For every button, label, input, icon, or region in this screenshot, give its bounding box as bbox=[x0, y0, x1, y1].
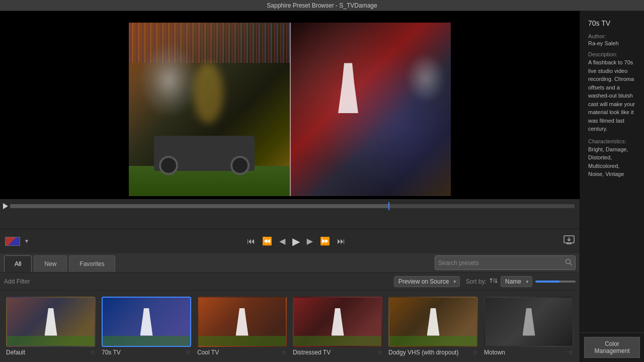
swatch-dropdown-arrow[interactable]: ▼ bbox=[24, 238, 29, 244]
sort-select[interactable]: Name bbox=[501, 276, 532, 287]
preset-name-distressedtv: Distressed TV bbox=[293, 349, 375, 356]
char-value: Bright, Damage, Distorted, Multicolored,… bbox=[588, 145, 636, 178]
color-swatch[interactable] bbox=[5, 237, 20, 246]
vehicle bbox=[154, 136, 255, 171]
export-button[interactable] bbox=[564, 235, 575, 247]
title-bar: Sapphire Preset Browser - S_TVDamage bbox=[0, 0, 644, 11]
preset-item-70stv[interactable]: 70s TV ☆ bbox=[102, 297, 191, 356]
left-area: ▼ ⏮ ⏪ ◀ ▶ ◀ ⏩ ⏭ bbox=[0, 11, 580, 362]
tab-favorites[interactable]: Favorites bbox=[69, 255, 115, 272]
skip-fwd-button[interactable]: ⏭ bbox=[335, 235, 347, 248]
star-icon-cooltv[interactable]: ☆ bbox=[281, 349, 287, 356]
timeline-marker bbox=[388, 202, 389, 210]
step-fwd-button[interactable]: ◀ bbox=[305, 234, 315, 248]
tab-all[interactable]: All bbox=[4, 255, 32, 272]
star-icon-dodgyvhs[interactable]: ☆ bbox=[472, 349, 478, 356]
presets-grid: Default ☆ 70s TV ☆ bbox=[0, 291, 580, 362]
preset-item-motown[interactable]: Motown ☆ bbox=[484, 297, 574, 356]
play-button[interactable]: ▶ bbox=[290, 233, 302, 249]
split-line[interactable] bbox=[290, 23, 291, 196]
preset-name-70stv: 70s TV bbox=[102, 349, 184, 356]
preset-item-dodgyvhs[interactable]: Dodgy VHS (with dropout) ☆ bbox=[388, 297, 478, 356]
video-container bbox=[0, 11, 580, 199]
preset-name-default: Default bbox=[6, 349, 88, 356]
video-right bbox=[290, 23, 451, 196]
tab-bar: All New Favorites bbox=[0, 253, 580, 273]
step-back-button[interactable]: ◀ bbox=[277, 234, 287, 248]
size-slider[interactable] bbox=[535, 281, 576, 283]
desc-value: A flashback to 70s live studio video rec… bbox=[588, 58, 636, 133]
skip-back-button[interactable]: ⏮ bbox=[245, 235, 257, 248]
timeline-scrub[interactable] bbox=[0, 199, 580, 213]
controls-bar: ▼ ⏮ ⏪ ◀ ▶ ◀ ⏩ ⏭ bbox=[0, 229, 580, 253]
preview-select[interactable]: Preview on Source bbox=[394, 276, 460, 287]
preset-name-dodgyvhs: Dodgy VHS (with dropout) bbox=[388, 349, 470, 356]
preset-thumb-motown[interactable] bbox=[484, 297, 574, 347]
sort-name-wrapper: Name bbox=[501, 276, 532, 287]
right-panel: 70s TV Author: Ra-ey Saleh Description: … bbox=[580, 11, 644, 362]
preset-thumb-70stv[interactable] bbox=[102, 297, 191, 347]
preset-info: 70s TV Author: Ra-ey Saleh Description: … bbox=[580, 11, 644, 332]
star-icon-motown[interactable]: ☆ bbox=[568, 349, 574, 356]
playhead-arrow[interactable] bbox=[3, 203, 8, 209]
fast-fwd-button[interactable]: ⏩ bbox=[318, 234, 332, 248]
author-label: Author: bbox=[588, 33, 636, 39]
preview-select-wrapper: Preview on Source bbox=[394, 276, 460, 287]
search-icon[interactable] bbox=[565, 258, 572, 267]
char-label: Characteristics: bbox=[588, 138, 636, 144]
preset-item-distressedtv[interactable]: Distressed TV ☆ bbox=[293, 297, 382, 356]
window-title: Sapphire Preset Browser - S_TVDamage bbox=[267, 2, 377, 9]
preset-thumb-distressedtv[interactable] bbox=[293, 297, 382, 347]
search-container bbox=[435, 255, 576, 270]
timeline-area bbox=[0, 199, 580, 229]
smoke-left bbox=[139, 43, 199, 118]
filter-area: All New Favorites Add Filter bbox=[0, 253, 580, 362]
sort-icon[interactable] bbox=[490, 277, 498, 286]
main-container: ▼ ⏮ ⏪ ◀ ▶ ◀ ⏩ ⏭ bbox=[0, 11, 644, 362]
search-input[interactable] bbox=[438, 259, 563, 266]
preset-thumb-cooltv[interactable] bbox=[197, 297, 287, 347]
tab-new[interactable]: New bbox=[34, 255, 67, 272]
sort-area: Sort by: Name bbox=[466, 276, 576, 287]
preset-item-default[interactable]: Default ☆ bbox=[6, 297, 96, 356]
timeline-track[interactable] bbox=[10, 204, 575, 208]
split-video bbox=[129, 23, 451, 196]
star-icon-distressedtv[interactable]: ☆ bbox=[377, 349, 382, 356]
star-icon-70stv[interactable]: ☆ bbox=[186, 349, 191, 356]
preset-info-title: 70s TV bbox=[588, 19, 636, 27]
noise-overlay bbox=[290, 23, 451, 196]
preset-name-motown: Motown bbox=[484, 349, 566, 356]
star-icon-default[interactable]: ☆ bbox=[90, 349, 96, 356]
preview-dropdown-area: Preview on Source bbox=[394, 276, 460, 287]
filter-row: Add Filter Preview on Source Sort by: bbox=[0, 273, 580, 291]
preset-thumb-default[interactable] bbox=[6, 297, 96, 347]
smoke-right bbox=[406, 53, 446, 103]
color-management-button[interactable]: Color Management bbox=[584, 337, 640, 358]
sort-label: Sort by: bbox=[466, 278, 487, 285]
rewind-button[interactable]: ⏪ bbox=[260, 234, 274, 248]
preset-name-cooltv: Cool TV bbox=[197, 349, 279, 356]
add-filter-link[interactable]: Add Filter bbox=[4, 278, 30, 285]
timeline-fill bbox=[10, 204, 388, 208]
author-value: Ra-ey Saleh bbox=[588, 40, 636, 46]
preset-thumb-dodgyvhs[interactable] bbox=[388, 297, 478, 347]
preset-item-cooltv[interactable]: Cool TV ☆ bbox=[197, 297, 287, 356]
video-preview bbox=[0, 11, 580, 199]
transport-controls: ⏮ ⏪ ◀ ▶ ◀ ⏩ ⏭ bbox=[33, 233, 559, 249]
desc-label: Description: bbox=[588, 51, 636, 57]
video-left bbox=[129, 23, 290, 196]
color-management-footer: Color Management bbox=[580, 332, 644, 362]
